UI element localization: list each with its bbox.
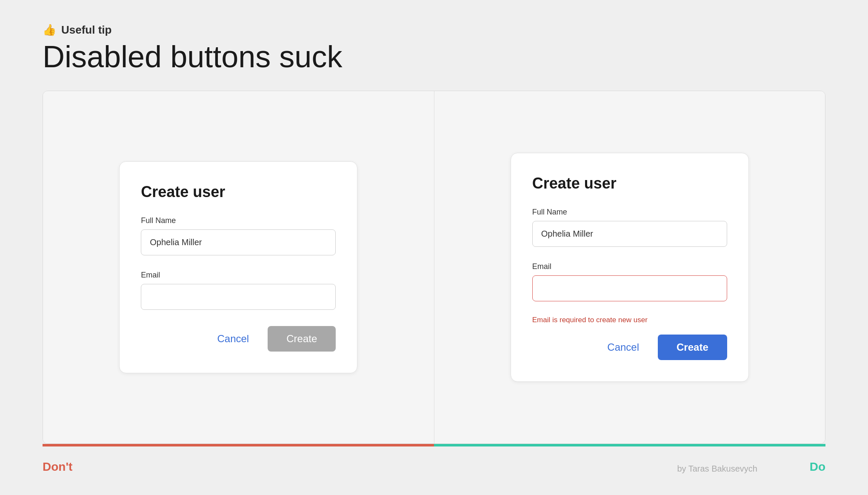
right-fullname-group: Full Name xyxy=(532,208,727,259)
attribution: by Taras Bakusevych xyxy=(677,464,757,474)
left-cancel-button[interactable]: Cancel xyxy=(208,327,257,351)
left-email-input[interactable] xyxy=(141,284,336,310)
indicator-bars xyxy=(43,444,825,446)
do-card-title: Create user xyxy=(532,175,727,192)
useful-tip-label: Useful tip xyxy=(61,23,111,37)
dont-label: Don't xyxy=(43,460,72,474)
left-actions: Cancel Create xyxy=(141,326,336,352)
left-create-button: Create xyxy=(268,326,336,352)
footer: Don't Do by Taras Bakusevych xyxy=(43,444,825,478)
right-cancel-button[interactable]: Cancel xyxy=(599,335,648,359)
dont-card-title: Create user xyxy=(141,183,336,201)
left-fullname-input[interactable] xyxy=(141,229,336,255)
do-card: Create user Full Name Email Email is req… xyxy=(511,153,749,382)
do-label: Do xyxy=(810,460,825,474)
email-error-message: Email is required to create new user xyxy=(532,316,727,324)
do-indicator xyxy=(434,444,825,446)
right-fullname-label: Full Name xyxy=(532,208,727,217)
left-email-label: Email xyxy=(141,271,336,280)
thumbs-up-icon: 👍 xyxy=(43,23,56,37)
dont-card: Create user Full Name Email Cancel Creat… xyxy=(119,161,357,373)
page-header: 👍 Useful tip Disabled buttons suck xyxy=(43,23,825,74)
dont-panel: Create user Full Name Email Cancel Creat… xyxy=(43,91,434,443)
main-content: Create user Full Name Email Cancel Creat… xyxy=(43,91,825,478)
left-fullname-group: Full Name xyxy=(141,216,336,267)
right-fullname-input[interactable] xyxy=(532,221,727,247)
dont-indicator xyxy=(43,444,434,446)
comparison-panels: Create user Full Name Email Cancel Creat… xyxy=(43,91,825,444)
tip-row: 👍 Useful tip xyxy=(43,23,825,37)
left-email-group: Email xyxy=(141,271,336,322)
page-title: Disabled buttons suck xyxy=(43,40,825,74)
left-fullname-label: Full Name xyxy=(141,216,336,225)
right-actions: Cancel Create xyxy=(532,335,727,360)
right-email-input[interactable] xyxy=(532,275,727,301)
right-email-group: Email Email is required to create new us… xyxy=(532,262,727,324)
do-panel: Create user Full Name Email Email is req… xyxy=(434,91,825,443)
right-email-label: Email xyxy=(532,262,727,271)
right-create-button[interactable]: Create xyxy=(658,335,727,360)
